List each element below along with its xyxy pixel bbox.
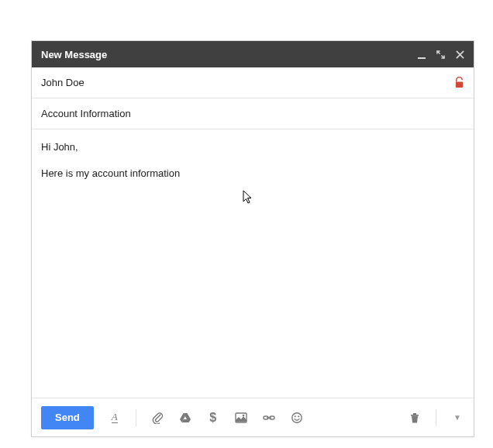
attach-icon[interactable] [150, 411, 164, 425]
svg-rect-0 [455, 82, 462, 88]
svg-point-7 [294, 415, 295, 417]
divider [136, 409, 136, 426]
compose-window: New Message John Doe Account Information… [31, 40, 474, 437]
svg-rect-10 [413, 413, 416, 415]
svg-point-6 [292, 412, 302, 422]
lock-open-icon[interactable] [453, 77, 464, 89]
send-button[interactable]: Send [41, 406, 94, 429]
titlebar-controls [418, 47, 464, 61]
emoji-icon[interactable] [290, 411, 304, 425]
money-icon[interactable]: $ [206, 411, 220, 425]
window-title: New Message [41, 49, 418, 60]
titlebar[interactable]: New Message [32, 41, 474, 67]
minimize-icon[interactable] [418, 47, 426, 61]
body-line: Hi John, [41, 140, 464, 154]
compose-toolbar: Send A $ ▼ [32, 398, 474, 436]
divider [436, 409, 436, 426]
formatting-icon[interactable]: A [108, 411, 122, 425]
insert-link-icon[interactable] [262, 411, 276, 425]
svg-point-2 [242, 414, 244, 416]
svg-rect-5 [267, 417, 271, 418]
close-icon[interactable] [456, 50, 464, 59]
to-field[interactable]: John Doe [41, 77, 453, 88]
subject-field-row[interactable]: Account Information [32, 98, 474, 129]
svg-point-8 [298, 415, 299, 417]
drive-icon[interactable] [178, 411, 192, 425]
message-body[interactable]: Hi John, Here is my account information [32, 129, 474, 398]
more-options-icon[interactable]: ▼ [450, 411, 464, 425]
body-line: Here is my account information [41, 167, 464, 181]
expand-icon[interactable] [436, 50, 445, 59]
to-field-row[interactable]: John Doe [32, 67, 474, 98]
trash-icon[interactable] [408, 411, 422, 425]
insert-photo-icon[interactable] [234, 411, 248, 425]
mouse-cursor-icon [243, 190, 253, 205]
subject-field[interactable]: Account Information [41, 108, 464, 119]
svg-rect-9 [411, 415, 419, 416]
